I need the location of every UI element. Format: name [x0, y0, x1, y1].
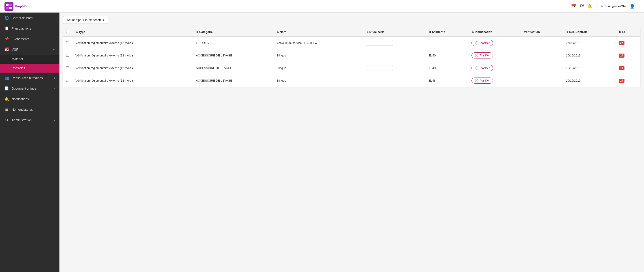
- row-nserie[interactable]: [363, 62, 426, 74]
- planifier-button[interactable]: 🕐 Planifier: [472, 52, 493, 58]
- table-row: Vérification réglementaire externe (12 m…: [63, 36, 640, 49]
- sidebar-label-ressources: Ressources humaines: [12, 76, 52, 80]
- col-ec: ⇅ Ec: [616, 27, 640, 36]
- nserie-input[interactable]: [366, 40, 393, 46]
- sidebar-label-carnet: Carnet de bord: [12, 16, 55, 20]
- sidebar-label-notifications: Notifications: [12, 97, 55, 101]
- row-checkbox-cell: [63, 49, 72, 62]
- clock-icon: 🕐: [475, 54, 478, 57]
- row-verification: [521, 36, 563, 49]
- col-ninterne[interactable]: ⇅ N°Interne: [426, 27, 468, 36]
- sidebar-label-vgp: VGP: [12, 48, 50, 51]
- select-all-checkbox[interactable]: [66, 30, 69, 33]
- actions-selection-button[interactable]: Actions pour la sélection ▾: [63, 16, 108, 24]
- col-type-label: ⇅ Type: [76, 30, 85, 34]
- planifier-button[interactable]: 🕐 Planifier: [472, 65, 493, 71]
- row-ninterne: EL43: [426, 62, 468, 74]
- row-checkbox[interactable]: [66, 41, 69, 44]
- row-planification: 🕐 Planifier: [468, 62, 521, 74]
- row-type: Vérification réglementaire externe (12 m…: [72, 62, 193, 74]
- sidebar-item-administration[interactable]: ⚙ Administration ›: [0, 115, 60, 125]
- svg-rect-0: [4, 2, 14, 11]
- row-nom: Véhicule de service FF-408-FW: [273, 36, 363, 49]
- sidebar-item-ressources[interactable]: 👥 Ressources humaines ›: [0, 73, 60, 83]
- document-icon: 📄: [4, 86, 9, 91]
- sidebar-label-materiel: Matériel: [12, 57, 55, 61]
- sidebar-label-evenements: Évènements: [12, 37, 55, 41]
- table-row: Vérification réglementaire externe (12 m…: [63, 74, 640, 87]
- row-checkbox[interactable]: [66, 79, 69, 82]
- table-header: ⇅ Type ⇅ Catégorie ⇅ Nom ⇅ N° de série ⇅: [63, 27, 640, 36]
- col-nom[interactable]: ⇅ Nom: [273, 27, 363, 36]
- row-categorie: 4 ROUES: [193, 36, 273, 49]
- map-icon[interactable]: 🗺: [580, 4, 584, 8]
- logo-text: PurpleBox: [15, 4, 30, 8]
- col-checkbox: [63, 27, 72, 36]
- svg-rect-1: [6, 3, 8, 6]
- calendar-icon[interactable]: 📅: [571, 4, 576, 9]
- row-planification: 🕐 Planifier: [468, 74, 521, 87]
- row-ec: 10: [616, 74, 640, 87]
- sidebar-item-controles[interactable]: Contrôles: [0, 64, 60, 73]
- sidebar-item-plan[interactable]: 📋 Plan d'actions: [0, 23, 60, 34]
- row-nserie: [363, 49, 426, 62]
- planifier-button[interactable]: 🕐 Planifier: [472, 40, 493, 46]
- sidebar-item-nomenclatures[interactable]: ☰ Nomenclatures: [0, 104, 60, 115]
- col-dercontrole[interactable]: ⇅ Der. Contrôle: [563, 27, 616, 36]
- ressources-icon: 👥: [4, 76, 9, 80]
- row-type: Vérification réglementaire externe (12 m…: [72, 36, 193, 49]
- logo-icon: [4, 2, 14, 11]
- row-checkbox-cell: [63, 36, 72, 49]
- header-divider: |: [596, 3, 597, 9]
- actions-bar: Actions pour la sélection ▾: [63, 16, 640, 24]
- sidebar-item-vgp[interactable]: 📅 VGP ∨: [0, 44, 60, 55]
- row-checkbox[interactable]: [66, 66, 69, 69]
- table-row: Vérification réglementaire externe (12 m…: [63, 49, 640, 62]
- chevron-admin-icon: ›: [54, 119, 55, 122]
- sidebar-item-notifications[interactable]: 🔔 Notifications: [0, 94, 60, 104]
- user-icon[interactable]: 👤: [630, 4, 635, 9]
- ec-badge: 27: [619, 41, 624, 45]
- row-ec: 27: [616, 36, 640, 49]
- col-categorie-label: ⇅ Catégorie: [196, 30, 213, 34]
- ec-badge: 10: [619, 79, 624, 83]
- chevron-right-icon[interactable]: ›: [638, 4, 640, 8]
- sidebar-label-document: Document unique: [12, 87, 52, 90]
- sidebar-label-nomenclatures: Nomenclatures: [12, 108, 55, 111]
- sidebar-item-document[interactable]: 📄 Document unique ›: [0, 83, 60, 94]
- row-nserie[interactable]: [363, 36, 426, 49]
- col-nserie-label: ⇅ N° de série: [366, 30, 384, 34]
- clock-icon: 🕐: [475, 41, 478, 45]
- nserie-input[interactable]: [366, 65, 393, 71]
- col-planification[interactable]: ⇅ Planification: [468, 27, 521, 36]
- col-nserie[interactable]: ⇅ N° de série: [363, 27, 426, 36]
- row-categorie: ACCESSOIRE DE LEVAGE: [193, 74, 273, 87]
- row-nom: Elingue: [273, 74, 363, 87]
- col-type[interactable]: ⇅ Type: [72, 27, 193, 36]
- table-container: ⇅ Type ⇅ Catégorie ⇅ Nom ⇅ N° de série ⇅: [63, 27, 640, 87]
- vgp-icon: 📅: [4, 47, 9, 52]
- table-header-row: ⇅ Type ⇅ Catégorie ⇅ Nom ⇅ N° de série ⇅: [63, 27, 640, 36]
- planifier-button[interactable]: 🕐 Planifier: [472, 78, 493, 84]
- col-categorie[interactable]: ⇅ Catégorie: [193, 27, 273, 36]
- col-planification-label: ⇅ Planification: [472, 30, 492, 34]
- row-ninterne: EL50: [426, 49, 468, 62]
- dropdown-icon: ▾: [103, 18, 104, 22]
- row-type: Vérification réglementaire externe (12 m…: [72, 74, 193, 87]
- sidebar-item-carnet[interactable]: 🌐 Carnet de bord: [0, 12, 60, 23]
- ec-badge: 10: [619, 66, 624, 70]
- controles-table: ⇅ Type ⇅ Catégorie ⇅ Nom ⇅ N° de série ⇅: [63, 27, 640, 87]
- nomenclatures-icon: ☰: [4, 107, 9, 112]
- sidebar-item-materiel[interactable]: Matériel: [0, 55, 60, 64]
- company-name: Technologies e-Obs: [600, 4, 626, 8]
- row-ninterne: [426, 36, 468, 49]
- row-checkbox[interactable]: [66, 54, 69, 57]
- chevron-ressources-icon: ›: [54, 76, 55, 80]
- bell-icon[interactable]: 🔔: [587, 4, 592, 9]
- sidebar-item-evenements[interactable]: 📌 Évènements: [0, 34, 60, 44]
- table-body: Vérification réglementaire externe (12 m…: [63, 36, 640, 87]
- row-categorie: ACCESSOIRE DE LEVAGE: [193, 62, 273, 74]
- row-checkbox-cell: [63, 62, 72, 74]
- col-verification-label: Vérification: [524, 30, 540, 34]
- col-ec-label: ⇅ Ec: [619, 30, 626, 34]
